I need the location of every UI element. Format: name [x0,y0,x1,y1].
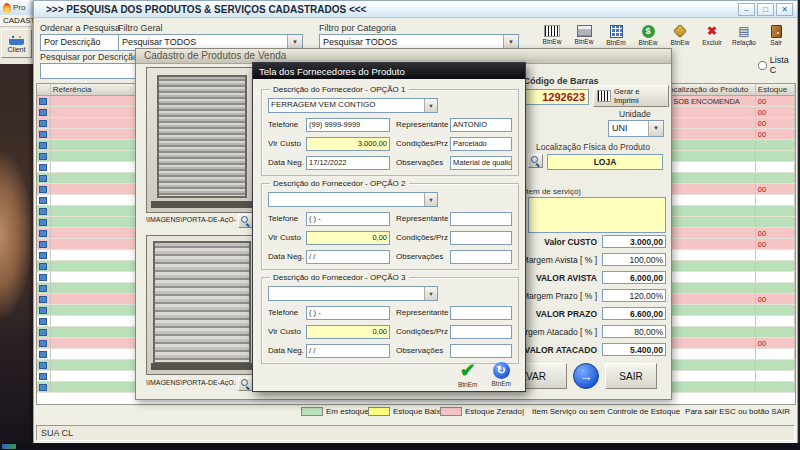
row-photo-icon [39,263,47,270]
supplier2-dropdown[interactable]: ▼ [268,192,438,207]
exit-hint: Para sair ESC ou botão SAIR [685,407,790,416]
price-field[interactable]: 3.000,00 [602,235,666,248]
toolbar: BtnEw BtnEw BtnEm $ BtnEw BtnEw ✖ Exclui… [536,20,798,50]
taskbar[interactable] [0,443,800,450]
image2-path: \IMAGENS\PORTA-DE-AçO.PN [146,379,236,386]
zero-stock-swatch [440,407,462,416]
lista-radio[interactable]: Lista C [758,55,797,75]
zoom-image1-button[interactable] [238,214,253,228]
representante-field[interactable]: ANTONIO [450,118,512,132]
delete-button[interactable]: ✖ Excluir [696,20,728,50]
vlr-custo-field[interactable]: 3.000,00 [306,137,390,151]
generate-barcode-button[interactable]: Gerar e Imprimi [593,85,669,107]
representante-field[interactable] [450,212,512,226]
telefone-field[interactable]: ( ) - [306,306,390,320]
price-field[interactable]: 80,00% [602,325,666,338]
row-photo-icon [39,186,47,193]
search-window-title: >>> PESQUISA DOS PRODUTOS & SERVIÇOS CAD… [46,4,736,15]
row-photo-icon [39,384,47,391]
magnifier-icon [241,216,251,226]
price-field[interactable]: 6.000,00 [602,271,666,284]
service-notes-area[interactable] [528,197,666,233]
supplier3-dropdown[interactable]: ▼ [268,286,438,301]
chevron-down-icon: ▼ [424,287,437,300]
close-button[interactable]: ✕ [776,3,793,16]
delete-icon: ✖ [707,25,717,38]
representante-field[interactable] [450,306,512,320]
header-localizacao[interactable]: Localização do Produto [658,84,756,95]
confirm-button[interactable]: ✔ BtnEm [458,362,478,388]
refresh-icon: ↻ [493,362,510,379]
status-bar: SUA CL [36,425,795,441]
calculator-icon [610,25,623,38]
exit-door-icon [771,25,782,38]
category-filter-label: Filtro por Categoria [319,23,396,33]
vlr-custo-field[interactable]: 0,00 [306,231,390,245]
row-photo-icon [39,98,47,105]
condicoes-field[interactable] [450,325,512,339]
in-stock-swatch [301,407,323,416]
location-field[interactable]: LOJA [547,154,663,170]
radio-icon [758,61,767,70]
chevron-down-icon: ▼ [424,193,437,206]
money-icon: $ [642,25,655,38]
toolbar-button-barcode[interactable]: BtnEw [536,20,568,50]
observacoes-field[interactable]: Material de qualidade [450,156,512,170]
minimize-button[interactable]: – [738,3,755,16]
tag-icon [673,24,687,38]
exit-button[interactable]: SAIR [605,363,657,389]
image1-path: \IMAGENS\PORTA-DE-AçO-5.J [146,216,236,223]
row-photo-icon [39,329,47,336]
condicoes-field[interactable] [450,231,512,245]
header-estoque[interactable]: Estoque [756,84,795,95]
condicoes-field[interactable]: Parcelado [450,137,512,151]
header-referencia[interactable]: Referência [51,84,145,95]
stock-legend: Em estoque Estoque Baixo Estoque Zerado … [34,407,794,419]
supplier1-dropdown[interactable]: FERRAGEM VEM CONTIGO ▼ [268,98,438,113]
people-icon [9,34,24,45]
row-photo-icon [39,351,47,358]
data-neg-field[interactable]: 17/12/2022 [306,156,390,170]
go-arrow-button[interactable]: → [573,363,599,389]
vlr-custo-field[interactable]: 0,00 [306,325,390,339]
observacoes-field[interactable] [450,250,512,264]
row-photo-icon [39,109,47,116]
exit-button[interactable]: Sair [760,20,792,50]
start-button[interactable] [2,444,16,449]
data-neg-field[interactable]: / / [306,344,390,358]
row-photo-icon [39,164,47,171]
chevron-down-icon: ▼ [424,99,437,112]
telefone-field[interactable]: (99) 9999-9999 [306,118,390,132]
unit-dropdown[interactable]: UNI ▼ [608,120,664,137]
report-icon: ▤ [738,25,749,38]
price-field[interactable]: 6.600,00 [602,307,666,320]
zoom-image2-button[interactable] [238,377,253,391]
menu-cadastros[interactable]: CADAST [0,15,33,27]
toolbar-button-money[interactable]: $ BtnEw [632,20,664,50]
row-photo-icon [39,296,47,303]
price-field[interactable]: 100,00% [602,253,666,266]
price-field[interactable]: 120,00% [602,289,666,302]
toolbar-button-tag[interactable]: BtnEw [664,20,696,50]
general-filter-label: Filtro Geral [118,23,163,33]
supplier-group-3: Descrição do Fornecedor - OPÇÃO 3 ▼ Tele… [261,277,519,364]
price-field[interactable]: 5.400,00 [602,343,666,356]
toolbar-button-calculator[interactable]: BtnEm [600,20,632,50]
maximize-button[interactable]: □ [757,3,774,16]
observacoes-field[interactable] [450,344,512,358]
row-photo-icon [39,373,47,380]
toolbar-button-printer[interactable]: BtnEw [568,20,600,50]
row-photo-icon [39,230,47,237]
supplier-group-2: Descrição do Fornecedor - OPÇÃO 2 ▼ Tele… [261,183,519,270]
report-button[interactable]: ▤ Relação [728,20,760,50]
background-window-title: Pro [13,3,25,12]
row-photo-icon [39,285,47,292]
refresh-button[interactable]: ↻ BtnEm [491,362,511,388]
telefone-field[interactable]: ( ) - [306,212,390,226]
search-label: Pesquisar por Descrição [40,52,138,62]
location-label: Localização Física do Produto [536,142,650,152]
location-search-button[interactable] [528,154,543,168]
data-neg-field[interactable]: / / [306,250,390,264]
clients-button[interactable]: Client [1,29,32,58]
row-photo-icon [39,362,47,369]
